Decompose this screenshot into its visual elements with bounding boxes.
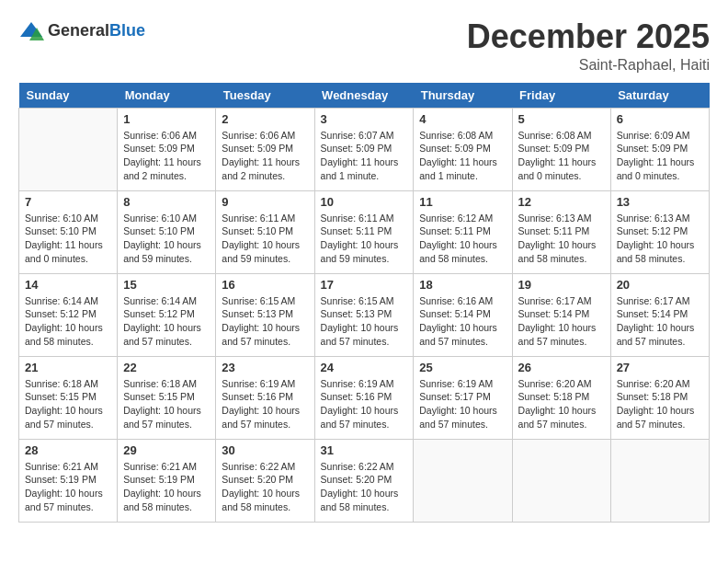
cell-info: Sunrise: 6:21 AMSunset: 5:19 PMDaylight:… [25,460,111,514]
cell-day-number: 28 [25,443,111,457]
cell-info: Sunrise: 6:19 AMSunset: 5:16 PMDaylight:… [222,377,308,431]
cell-day-number: 27 [617,361,703,374]
calendar-cell: 8Sunrise: 6:10 AMSunset: 5:10 PMDaylight… [118,190,216,273]
calendar-cell [414,439,512,522]
calendar-cell: 23Sunrise: 6:19 AMSunset: 5:16 PMDayligh… [216,356,314,439]
calendar-week-row: 28Sunrise: 6:21 AMSunset: 5:19 PMDayligh… [19,439,710,522]
day-header-sunday: Sunday [19,83,118,109]
day-header-tuesday: Tuesday [216,83,314,109]
calendar-cell: 1Sunrise: 6:06 AMSunset: 5:09 PMDaylight… [118,108,216,190]
cell-day-number: 22 [123,361,210,374]
cell-info: Sunrise: 6:14 AMSunset: 5:12 PMDaylight:… [123,294,210,349]
calendar-cell [512,439,610,522]
cell-info: Sunrise: 6:10 AMSunset: 5:10 PMDaylight:… [123,212,210,266]
cell-info: Sunrise: 6:19 AMSunset: 5:17 PMDaylight:… [419,377,506,431]
logo-general-text: GeneralBlue [48,22,145,40]
cell-info: Sunrise: 6:09 AMSunset: 5:09 PMDaylight:… [617,129,703,183]
calendar-cell: 2Sunrise: 6:06 AMSunset: 5:09 PMDaylight… [216,108,314,190]
calendar-cell: 4Sunrise: 6:08 AMSunset: 5:09 PMDaylight… [414,108,512,190]
calendar-cell: 26Sunrise: 6:20 AMSunset: 5:18 PMDayligh… [512,356,610,439]
cell-info: Sunrise: 6:20 AMSunset: 5:18 PMDaylight:… [617,377,703,431]
cell-day-number: 15 [123,278,210,292]
cell-day-number: 13 [617,195,703,209]
cell-day-number: 16 [222,278,308,292]
calendar-cell [610,439,709,522]
calendar-cell: 22Sunrise: 6:18 AMSunset: 5:15 PMDayligh… [118,356,216,439]
calendar-cell: 15Sunrise: 6:14 AMSunset: 5:12 PMDayligh… [118,273,216,356]
cell-day-number: 19 [518,278,605,292]
logo-icon [18,18,44,44]
calendar-cell: 21Sunrise: 6:18 AMSunset: 5:15 PMDayligh… [19,356,118,439]
calendar-week-row: 21Sunrise: 6:18 AMSunset: 5:15 PMDayligh… [19,356,710,439]
calendar-cell: 29Sunrise: 6:21 AMSunset: 5:19 PMDayligh… [118,439,216,522]
cell-day-number: 3 [321,112,408,126]
calendar-cell: 5Sunrise: 6:08 AMSunset: 5:09 PMDaylight… [512,108,610,190]
calendar-table: SundayMondayTuesdayWednesdayThursdayFrid… [18,83,710,523]
cell-day-number: 23 [222,361,308,374]
cell-day-number: 25 [419,361,506,374]
calendar-cell: 10Sunrise: 6:11 AMSunset: 5:11 PMDayligh… [314,190,414,273]
cell-info: Sunrise: 6:15 AMSunset: 5:13 PMDaylight:… [321,294,408,349]
cell-day-number: 12 [518,195,605,209]
cell-info: Sunrise: 6:18 AMSunset: 5:15 PMDaylight:… [123,377,210,431]
logo: GeneralBlue [18,18,145,44]
cell-day-number: 24 [321,361,408,374]
cell-info: Sunrise: 6:22 AMSunset: 5:20 PMDaylight:… [321,460,408,514]
calendar-header-row: SundayMondayTuesdayWednesdayThursdayFrid… [19,83,710,109]
cell-day-number: 2 [222,112,308,126]
day-header-wednesday: Wednesday [314,83,414,109]
cell-day-number: 26 [518,361,605,374]
calendar-week-row: 14Sunrise: 6:14 AMSunset: 5:12 PMDayligh… [19,273,710,356]
day-header-monday: Monday [118,83,216,109]
cell-info: Sunrise: 6:11 AMSunset: 5:10 PMDaylight:… [222,212,308,266]
cell-info: Sunrise: 6:19 AMSunset: 5:16 PMDaylight:… [321,377,408,431]
cell-info: Sunrise: 6:17 AMSunset: 5:14 PMDaylight:… [518,294,605,349]
calendar-cell: 20Sunrise: 6:17 AMSunset: 5:14 PMDayligh… [610,273,709,356]
calendar-cell: 24Sunrise: 6:19 AMSunset: 5:16 PMDayligh… [314,356,414,439]
cell-day-number: 8 [123,195,210,209]
calendar-cell: 27Sunrise: 6:20 AMSunset: 5:18 PMDayligh… [610,356,709,439]
cell-info: Sunrise: 6:10 AMSunset: 5:10 PMDaylight:… [25,212,111,266]
calendar-cell [19,108,118,190]
calendar-cell: 16Sunrise: 6:15 AMSunset: 5:13 PMDayligh… [216,273,314,356]
calendar-cell: 30Sunrise: 6:22 AMSunset: 5:20 PMDayligh… [216,439,314,522]
calendar-cell: 9Sunrise: 6:11 AMSunset: 5:10 PMDaylight… [216,190,314,273]
calendar-week-row: 1Sunrise: 6:06 AMSunset: 5:09 PMDaylight… [19,108,710,190]
cell-day-number: 11 [419,195,506,209]
calendar-cell: 17Sunrise: 6:15 AMSunset: 5:13 PMDayligh… [314,273,414,356]
location-title: Saint-Raphael, Haiti [467,57,710,74]
cell-info: Sunrise: 6:13 AMSunset: 5:12 PMDaylight:… [617,212,703,266]
calendar-cell: 14Sunrise: 6:14 AMSunset: 5:12 PMDayligh… [19,273,118,356]
cell-info: Sunrise: 6:20 AMSunset: 5:18 PMDaylight:… [518,377,605,431]
cell-day-number: 1 [123,112,210,126]
cell-day-number: 18 [419,278,506,292]
calendar-week-row: 7Sunrise: 6:10 AMSunset: 5:10 PMDaylight… [19,190,710,273]
cell-day-number: 17 [321,278,408,292]
cell-info: Sunrise: 6:08 AMSunset: 5:09 PMDaylight:… [518,129,605,183]
cell-info: Sunrise: 6:06 AMSunset: 5:09 PMDaylight:… [222,129,308,183]
calendar-cell: 19Sunrise: 6:17 AMSunset: 5:14 PMDayligh… [512,273,610,356]
cell-day-number: 29 [123,443,210,457]
cell-info: Sunrise: 6:13 AMSunset: 5:11 PMDaylight:… [518,212,605,266]
cell-info: Sunrise: 6:11 AMSunset: 5:11 PMDaylight:… [321,212,408,266]
cell-info: Sunrise: 6:08 AMSunset: 5:09 PMDaylight:… [419,129,506,183]
cell-day-number: 9 [222,195,308,209]
calendar-cell: 25Sunrise: 6:19 AMSunset: 5:17 PMDayligh… [414,356,512,439]
cell-info: Sunrise: 6:06 AMSunset: 5:09 PMDaylight:… [123,129,210,183]
calendar-cell: 3Sunrise: 6:07 AMSunset: 5:09 PMDaylight… [314,108,414,190]
cell-day-number: 7 [25,195,111,209]
calendar-cell: 12Sunrise: 6:13 AMSunset: 5:11 PMDayligh… [512,190,610,273]
calendar-cell: 13Sunrise: 6:13 AMSunset: 5:12 PMDayligh… [610,190,709,273]
header: GeneralBlue December 2025 Saint-Raphael,… [18,18,710,74]
cell-day-number: 20 [617,278,703,292]
day-header-friday: Friday [512,83,610,109]
day-header-thursday: Thursday [414,83,512,109]
cell-info: Sunrise: 6:15 AMSunset: 5:13 PMDaylight:… [222,294,308,349]
title-area: December 2025 Saint-Raphael, Haiti [467,18,710,74]
day-header-saturday: Saturday [610,83,709,109]
cell-day-number: 30 [222,443,308,457]
month-title: December 2025 [467,18,710,55]
cell-day-number: 21 [25,361,111,374]
cell-info: Sunrise: 6:12 AMSunset: 5:11 PMDaylight:… [419,212,506,266]
cell-info: Sunrise: 6:07 AMSunset: 5:09 PMDaylight:… [321,129,408,183]
